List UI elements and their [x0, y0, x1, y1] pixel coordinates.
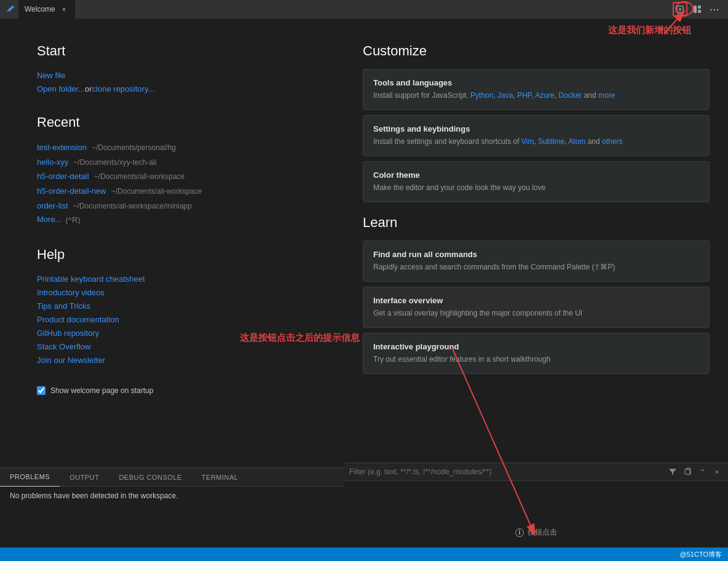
filter-bar: ⌃ ×	[344, 463, 728, 481]
startup-checkbox[interactable]	[37, 386, 46, 395]
interface-card-desc: Get a visual overlay highlighting the ma…	[373, 308, 699, 319]
status-bar: @51CTO博客	[0, 547, 728, 561]
click-info: ℹ 按钮点击	[515, 527, 557, 538]
commands-card-title: Find and run all commands	[373, 250, 699, 259]
color-theme-desc: Make the editor and your code look the w…	[373, 182, 699, 193]
bottom-click-area: ℹ 按钮点击	[344, 486, 728, 547]
recent-name-0[interactable]: test-extension	[37, 140, 87, 154]
svg-rect-6	[685, 469, 690, 474]
new-button[interactable]	[673, 2, 687, 17]
help-title: Help	[37, 247, 307, 263]
commands-card-desc: Rapidly access and search commands from …	[373, 261, 699, 273]
bottom-panel: PROBLEMS OUTPUT DEBUG CONSOLE TERMINAL N…	[0, 468, 344, 547]
recent-path-0: ~/Documents/personal/hg	[92, 141, 176, 155]
tab-output[interactable]: OUTPUT	[60, 468, 109, 487]
recent-path-3: ~/Documents/ali-workspace	[111, 185, 202, 199]
more-shortcut: (^R)	[65, 213, 80, 228]
startup-checkbox-row: Show welcome page on startup	[37, 386, 307, 395]
titlebar-left: Welcome ×	[6, 0, 75, 18]
recent-item: hello-xyy ~/Documents/xyy-tech-ali	[37, 155, 307, 170]
layout-button[interactable]	[690, 2, 705, 17]
tab-terminal[interactable]: TERMINAL	[192, 468, 248, 487]
close-filter-icon[interactable]: ×	[711, 466, 723, 478]
no-problems-text: No problems have been detected in the wo…	[10, 491, 178, 500]
help-link-3[interactable]: Product documentation	[37, 313, 307, 327]
panel-tabs: PROBLEMS OUTPUT DEBUG CONSOLE TERMINAL	[0, 468, 344, 487]
settings-card[interactable]: Settings and keybindings Install the set…	[363, 115, 710, 156]
help-link-2[interactable]: Tips and Tricks	[37, 300, 307, 313]
recent-path-1: ~/Documents/xyy-tech-ali	[73, 156, 156, 170]
python-link[interactable]: Python	[470, 91, 493, 100]
more-button[interactable]: ⋯	[707, 2, 722, 17]
panel-content: No problems have been detected in the wo…	[0, 487, 344, 505]
filter-icon[interactable]	[667, 466, 679, 478]
recent-item: h5-order-detail-new ~/Documents/ali-work…	[37, 184, 307, 199]
recent-path-2: ~/Documents/ali-workspace	[94, 170, 185, 184]
svg-rect-5	[698, 10, 701, 13]
recent-name-4[interactable]: order-list	[37, 199, 68, 213]
open-folder-link[interactable]: Open folder...	[37, 82, 85, 96]
watermark: @51CTO博客	[680, 550, 722, 559]
docker-link[interactable]: Docker	[558, 91, 582, 100]
svg-rect-3	[694, 6, 697, 13]
open-folder-connector: or	[85, 82, 92, 96]
sublime-link[interactable]: Sublime	[538, 137, 564, 146]
help-link-5[interactable]: Stack Overflow	[37, 340, 307, 354]
tab-problems[interactable]: PROBLEMS	[0, 468, 60, 487]
click-label: 按钮点击	[528, 527, 557, 538]
interface-card[interactable]: Interface overview Get a visual overlay …	[363, 287, 710, 328]
tools-card-desc: Install support for JavaScript, Python, …	[373, 90, 699, 101]
atom-link[interactable]: Atom	[568, 137, 585, 146]
svg-rect-4	[698, 6, 701, 9]
playground-card-desc: Try out essential editor features in a s…	[373, 354, 699, 365]
info-icon: ℹ	[515, 528, 524, 537]
new-file-link[interactable]: New file	[37, 69, 307, 82]
playground-card-title: Interactive playground	[373, 342, 699, 351]
recent-path-4: ~/Documents/ali-workspace/miniapp	[73, 200, 192, 213]
recent-name-3[interactable]: h5-order-detail-new	[37, 184, 106, 198]
tab-close-icon[interactable]: ×	[59, 4, 69, 14]
recent-title: Recent	[37, 114, 307, 130]
open-folder-row: Open folder... or clone repository...	[37, 82, 307, 96]
tools-card[interactable]: Tools and languages Install support for …	[363, 69, 710, 110]
help-link-6[interactable]: Join our Newsletter	[37, 354, 307, 367]
customize-title: Customize	[363, 43, 710, 59]
settings-card-desc: Install the settings and keyboard shortc…	[373, 136, 699, 147]
vim-link[interactable]: Vim	[521, 137, 534, 146]
copy-filter-icon[interactable]	[681, 466, 694, 478]
tab-debug-console[interactable]: DEBUG CONSOLE	[109, 468, 191, 487]
recent-item: order-list ~/Documents/ali-workspace/min…	[37, 199, 307, 213]
start-title: Start	[37, 43, 307, 59]
titlebar: Welcome × ⋯	[0, 0, 728, 18]
welcome-tab[interactable]: Welcome ×	[18, 0, 75, 18]
help-link-1[interactable]: Introductory videos	[37, 286, 307, 300]
filter-input[interactable]	[349, 468, 664, 476]
more-langs-link[interactable]: more	[598, 91, 615, 100]
php-link[interactable]: PHP	[517, 91, 531, 100]
help-link-4[interactable]: GitHub repository	[37, 327, 307, 340]
color-theme-title: Color theme	[373, 170, 699, 180]
recent-name-1[interactable]: hello-xyy	[37, 155, 68, 169]
help-section: Help Printable keyboard cheatsheet Intro…	[37, 247, 307, 368]
startup-checkbox-label[interactable]: Show welcome page on startup	[50, 386, 153, 395]
interface-card-title: Interface overview	[373, 296, 699, 305]
more-row: More... (^R)	[37, 213, 307, 228]
recent-name-2[interactable]: h5-order-detail	[37, 169, 89, 183]
color-theme-card[interactable]: Color theme Make the editor and your cod…	[363, 161, 710, 202]
settings-card-title: Settings and keybindings	[373, 124, 699, 133]
collapse-icon[interactable]: ⌃	[696, 466, 708, 478]
recent-section: Recent test-extension ~/Documents/person…	[37, 114, 307, 228]
titlebar-right: ⋯	[673, 0, 722, 18]
others-link[interactable]: others	[602, 137, 622, 146]
recent-item: h5-order-detail ~/Documents/ali-workspac…	[37, 169, 307, 184]
app-icon	[6, 5, 15, 14]
help-link-0[interactable]: Printable keyboard cheatsheet	[37, 273, 307, 286]
playground-card[interactable]: Interactive playground Try out essential…	[363, 333, 710, 374]
recent-item: test-extension ~/Documents/personal/hg	[37, 140, 307, 155]
java-link[interactable]: Java	[497, 91, 513, 100]
azure-link[interactable]: Azure	[535, 91, 554, 100]
clone-repo-link[interactable]: clone repository...	[92, 82, 155, 96]
main-area: Start New file Open folder... or clone r…	[0, 18, 728, 481]
commands-card[interactable]: Find and run all commands Rapidly access…	[363, 241, 710, 282]
more-link[interactable]: More...	[37, 213, 61, 228]
